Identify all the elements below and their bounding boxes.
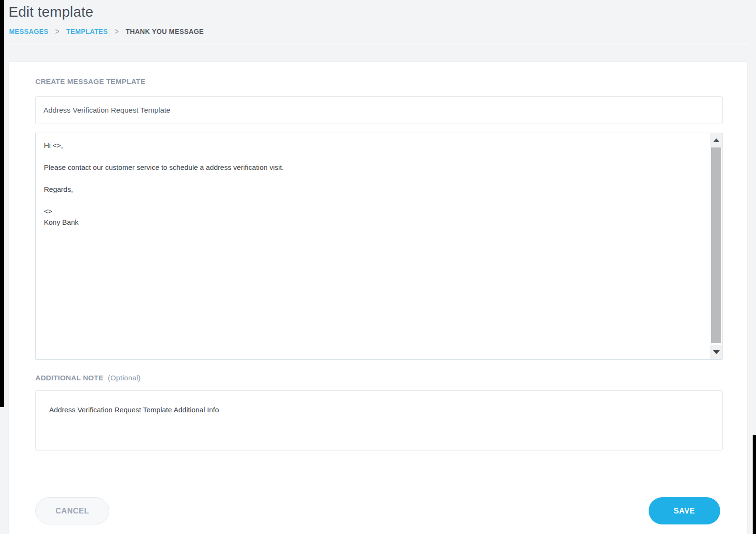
scrollbar-thumb[interactable] [711, 147, 721, 343]
header-divider [8, 44, 748, 44]
template-name-input[interactable] [35, 96, 723, 124]
triangle-up-icon [713, 138, 720, 142]
message-body-text: Hi <>, Please contact our customer servi… [44, 140, 701, 356]
triangle-down-icon [713, 350, 720, 354]
breadcrumb: MESSAGES > TEMPLATES > THANK YOU MESSAGE [9, 27, 204, 35]
create-message-template-label: CREATE MESSAGE TEMPLATE [35, 77, 146, 85]
message-scrollbar[interactable] [710, 133, 722, 359]
scroll-down-button[interactable] [710, 345, 722, 359]
scroll-up-button[interactable] [710, 133, 722, 147]
page-title: Edit template [9, 4, 94, 20]
left-letterbox-bar [0, 0, 4, 407]
save-button[interactable]: SAVE [649, 497, 720, 524]
breadcrumb-current-thank-you-message: THANK YOU MESSAGE [126, 28, 204, 35]
additional-note-field[interactable]: Address Verification Request Template Ad… [35, 390, 723, 450]
cancel-button[interactable]: CANCEL [35, 497, 109, 524]
additional-note-text: Address Verification Request Template Ad… [49, 406, 708, 414]
right-letterbox-bar [753, 435, 756, 534]
chevron-right-icon: > [55, 26, 60, 36]
chevron-right-icon: > [115, 26, 119, 36]
additional-note-label: ADDITIONAL NOTE (Optional) [35, 374, 141, 382]
message-body-field[interactable]: Hi <>, Please contact our customer servi… [35, 133, 723, 360]
breadcrumb-messages[interactable]: MESSAGES [9, 28, 49, 35]
breadcrumb-templates[interactable]: TEMPLATES [66, 28, 108, 35]
edit-template-screen: Edit template MESSAGES > TEMPLATES > THA… [0, 0, 756, 534]
optional-suffix: (Optional) [108, 374, 141, 382]
additional-note-label-text: ADDITIONAL NOTE [35, 374, 104, 382]
edit-template-card: CREATE MESSAGE TEMPLATE Hi <>, Please co… [9, 61, 748, 534]
